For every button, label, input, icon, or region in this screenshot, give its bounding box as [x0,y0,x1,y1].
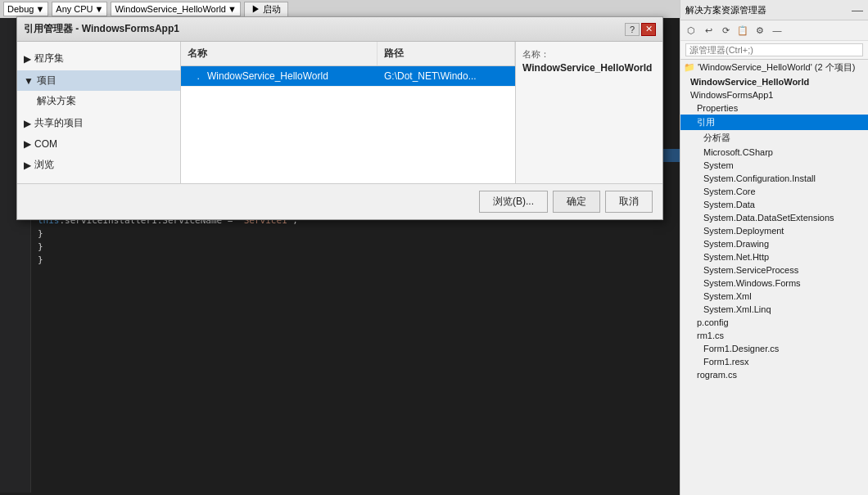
se-item-sys-deploy[interactable]: System.Deployment [680,224,868,237]
se-btn-1[interactable]: ⬡ [684,23,698,38]
se-item-properties[interactable]: Properties [680,101,868,115]
se-label-app-config: p.config [697,317,729,327]
dialog-sidebar: ▶ 程序集 ▼ 项目 解决方案 ▶ [17,42,181,183]
se-item-ms-csharp[interactable]: Microsoft.CSharp [680,146,868,159]
sidebar-section-browse: ▶ 浏览 [17,155,180,175]
se-item-sys-drawing[interactable]: System.Drawing [680,237,868,250]
com-arrow: ▶ [24,138,31,150]
shared-label: 共享的项目 [34,116,84,130]
se-item-sys-winforms[interactable]: System.Windows.Forms [680,277,868,290]
se-item-sys-config[interactable]: System.Configuration.Install [680,172,868,185]
solution-explorer: 解决方案资源管理器 — ⬡ ↩ ⟳ 📋 ⚙ — 📁 'WindowService… [680,0,868,495]
se-btn-4[interactable]: 📋 [735,23,750,38]
solution-explorer-collapse[interactable]: — [852,3,863,16]
sidebar-section-shared: ▶ 共享的项目 [17,113,180,133]
dialog-titlebar: 引用管理器 - WindowsFormsApp1 ? ✕ [17,17,662,42]
se-item-system[interactable]: System [680,159,868,172]
references-table: ☑ WindowService_HelloWorld G:\Dot_NET\Wi… [181,66,515,183]
ok-button[interactable]: 确定 [553,191,600,213]
se-label-sys-drawing: System.Drawing [703,239,769,249]
se-label-analyzer: 分析器 [703,133,730,142]
detail-name-label: 名称： [522,48,656,61]
se-label-sys-svcproc: System.ServiceProcess [703,265,798,275]
se-item-references[interactable]: 引用 [680,115,868,130]
help-button[interactable]: ? [625,23,640,36]
assemblies-label: 程序集 [34,52,64,65]
sidebar-item-browse[interactable]: ▶ 浏览 [17,155,180,175]
se-item-sys-data-ext[interactable]: System.Data.DataSetExtensions [680,211,868,224]
se-item-form1-cs[interactable]: rm1.cs [680,329,868,342]
se-label-wfa: WindowsFormsApp1 [690,90,773,100]
sidebar-section-com: ▶ COM [17,135,180,153]
se-label-form1-designer: Form1.Designer.cs [703,344,779,353]
dialog-body: ▶ 程序集 ▼ 项目 解决方案 ▶ [17,42,662,183]
se-btn-5[interactable]: ⚙ [753,23,767,38]
shared-arrow: ▶ [24,118,31,129]
row-checkbox[interactable]: ☑ [181,66,201,86]
detail-panel: 名称： WindowService_HelloWorld [515,42,662,183]
se-label-sys-nethttp: System.Net.Http [703,252,769,262]
dialog-controls: ? ✕ [625,23,656,36]
sidebar-item-com[interactable]: ▶ COM [17,135,180,153]
se-label-sys-data: System.Data [703,200,755,209]
solution-explorer-tree: 📁 'WindowService_HelloWorld' (2 个项目) Win… [680,60,868,489]
se-label-ms-csharp: Microsoft.CSharp [703,147,773,157]
table-header: 名称 路径 [181,42,515,66]
se-label-sys-config: System.Configuration.Install [703,173,816,183]
se-item-solution-root[interactable]: 📁 'WindowService_HelloWorld' (2 个项目) [680,60,868,75]
se-item-sys-xml[interactable]: System.Xml [680,290,868,303]
solution-explorer-header: 解决方案资源管理器 — [680,0,868,20]
solution-explorer-toolbar: ⬡ ↩ ⟳ 📋 ⚙ — [680,20,868,41]
se-label-sys-data-ext: System.Data.DataSetExtensions [703,213,834,223]
se-item-wfa[interactable]: WindowsFormsApp1 [680,88,868,101]
se-item-analyzer[interactable]: 分析器 [680,130,868,146]
project-label-sidebar: 项目 [37,74,57,88]
se-item-sys-xml-linq[interactable]: System.Xml.Linq [680,303,868,316]
se-label-system: System [703,160,734,170]
se-label-sys-winforms: System.Windows.Forms [703,278,801,288]
sidebar-item-project[interactable]: ▼ 项目 [17,70,180,91]
row-path: G:\Dot_NET\Windo... [377,66,515,86]
assemblies-arrow: ▶ [24,53,31,65]
se-item-sys-data[interactable]: System.Data [680,198,868,211]
se-item-form1-designer[interactable]: Form1.Designer.cs [680,342,868,355]
se-item-app-config[interactable]: p.config [680,316,868,329]
se-label-properties: Properties [697,103,738,113]
se-label-solution-root: 'WindowService_HelloWorld' (2 个项目) [698,62,855,72]
se-label-form1-cs: rm1.cs [697,331,724,340]
se-item-sys-core[interactable]: System.Core [680,185,868,198]
dialog-title: 引用管理器 - WindowsFormsApp1 [24,22,179,36]
se-btn-3[interactable]: ⟳ [718,23,733,38]
se-item-sys-svcproc[interactable]: System.ServiceProcess [680,263,868,277]
se-label-program-cs: rogram.cs [697,370,737,380]
se-label-sys-core: System.Core [703,187,756,196]
detail-name-value: WindowService_HelloWorld [522,62,656,74]
se-label-sys-xml: System.Xml [703,291,752,301]
dialog-main: 名称 路径 ☑ WindowService_HelloWorld G:\Dot_… [181,42,515,183]
sidebar-item-assemblies[interactable]: ▶ 程序集 [17,48,180,69]
dialog-overlay: 引用管理器 - WindowsFormsApp1 ? ✕ ▶ 程序集 [0,0,680,495]
se-item-program-cs[interactable]: rogram.cs [680,368,868,381]
browse-button[interactable]: 浏览(B)... [479,191,548,213]
se-item-form1-resx[interactable]: Form1.resx [680,355,868,368]
se-label-sys-xml-linq: System.Xml.Linq [703,304,771,314]
solution-label: 解决方案 [37,95,76,106]
se-search-input[interactable] [685,43,863,56]
cancel-button[interactable]: 取消 [605,191,653,213]
row-name: WindowService_HelloWorld [201,66,377,86]
solution-explorer-title: 解决方案资源管理器 [685,4,766,16]
browse-label: 浏览 [34,158,54,172]
sidebar-item-solution[interactable]: 解决方案 [17,91,180,111]
close-button[interactable]: ✕ [641,23,656,36]
se-btn-6[interactable]: — [770,23,784,38]
com-label: COM [34,138,57,150]
table-row[interactable]: ☑ WindowService_HelloWorld G:\Dot_NET\Wi… [181,66,515,87]
se-btn-2[interactable]: ↩ [701,23,716,38]
se-item-wsw[interactable]: WindowService_HelloWorld [680,75,868,88]
se-icon-solution: 📁 [684,62,698,72]
se-item-sys-nethttp[interactable]: System.Net.Http [680,250,868,263]
se-label-sys-deploy: System.Deployment [703,226,784,236]
se-label-references: 引用 [697,117,715,127]
sidebar-item-shared[interactable]: ▶ 共享的项目 [17,113,180,133]
sidebar-section-assemblies: ▶ 程序集 [17,48,180,69]
